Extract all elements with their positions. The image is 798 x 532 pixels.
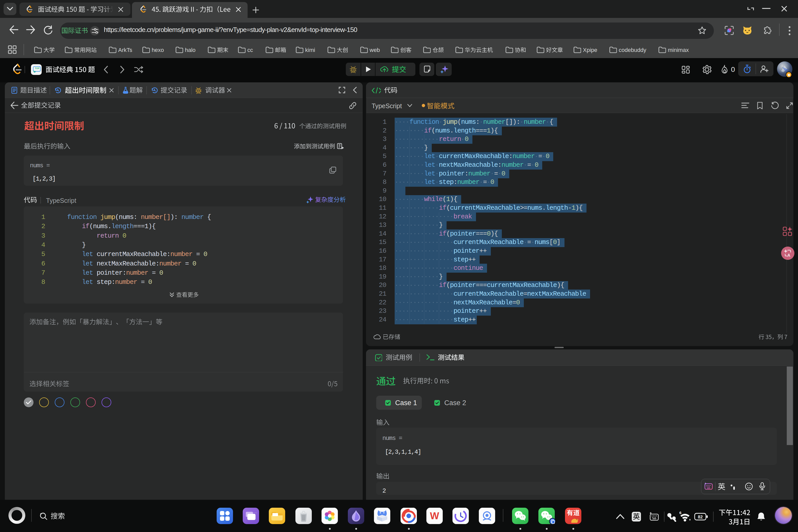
svg-text:82: 82 — [698, 515, 703, 519]
svg-text:6: 6 — [679, 511, 681, 515]
svg-text:A: A — [787, 253, 790, 258]
svg-text:W: W — [430, 511, 439, 521]
